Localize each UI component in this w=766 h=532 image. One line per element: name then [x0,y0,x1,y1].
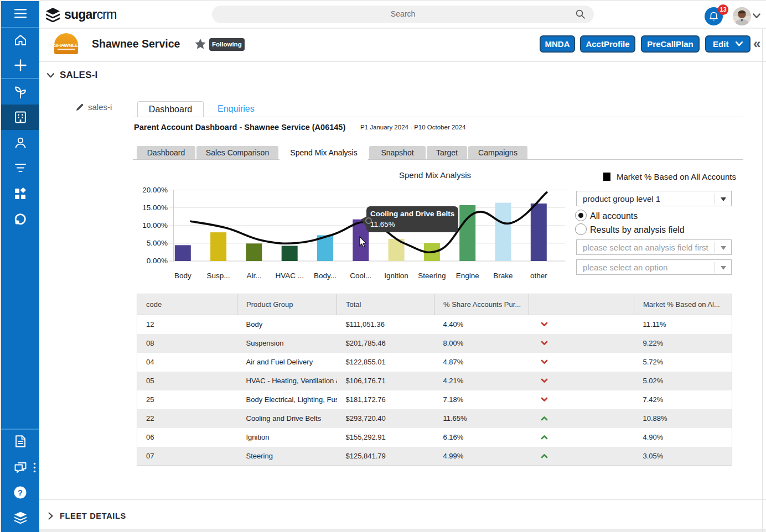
svg-text:20.00%: 20.00% [142,186,168,194]
svg-text:SHAWNEE: SHAWNEE [54,42,79,48]
svg-text:Steering: Steering [418,272,446,280]
svg-text:Engine: Engine [456,272,479,280]
svg-text:10.00%: 10.00% [142,221,168,230]
svg-text:Ignition: Ignition [384,272,408,280]
svg-text:Air...: Air... [246,272,261,280]
svg-text:?: ? [18,488,23,497]
svg-text:Body...: Body... [314,272,337,280]
svg-text:other: other [530,272,547,280]
svg-text:15.00%: 15.00% [142,204,168,212]
svg-text:Cool...: Cool... [350,272,371,280]
svg-text:Brake: Brake [493,272,513,280]
svg-text:0.00%: 0.00% [147,257,168,265]
svg-text:Susp...: Susp... [207,272,230,280]
svg-text:HVAC ...: HVAC ... [275,272,304,280]
svg-text:Body: Body [174,272,192,280]
svg-text:5.00%: 5.00% [147,239,168,247]
